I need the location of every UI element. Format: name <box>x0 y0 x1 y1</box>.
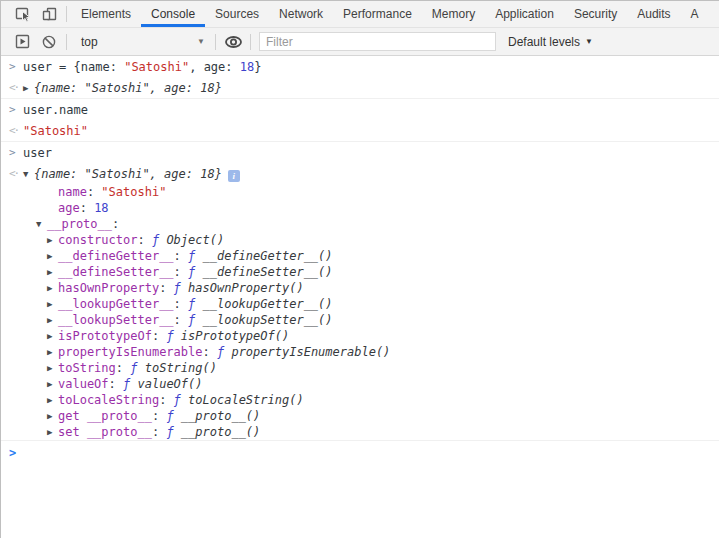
token-plain: : <box>152 329 166 343</box>
console-command-row[interactable]: >user <box>1 142 719 163</box>
token-prop: valueOf <box>58 377 109 391</box>
tab-label: Application <box>495 7 554 21</box>
token-num: 18 <box>94 201 108 215</box>
clear-console-icon[interactable] <box>36 29 62 55</box>
tab-label: Elements <box>81 7 131 21</box>
tab-label: Security <box>574 7 617 21</box>
console-tree-row[interactable]: ▶get __proto__: ƒ __proto__() <box>1 408 719 424</box>
inspect-cursor-icon[interactable] <box>10 1 36 27</box>
expander-triangle-icon[interactable]: ▶ <box>47 392 58 408</box>
token-prop: toString <box>58 361 116 375</box>
console-command-row[interactable]: >user.name <box>1 99 719 120</box>
console-tree-row[interactable]: age: 18 <box>1 200 719 216</box>
tab-label: Network <box>279 7 323 21</box>
token-str: "Satoshi" <box>23 124 88 138</box>
expander-triangle-icon[interactable]: ▶ <box>47 280 58 296</box>
filter-input[interactable] <box>259 32 496 51</box>
expander-triangle-icon[interactable]: ▶ <box>47 376 58 392</box>
console-tree-row[interactable]: ▶isPrototypeOf: ƒ isPrototypeOf() <box>1 328 719 344</box>
tab-performance[interactable]: Performance <box>333 1 422 27</box>
command-prompt-icon: > <box>9 59 16 75</box>
token-fn: ƒ <box>174 393 188 407</box>
token-sig: toString() <box>145 361 217 375</box>
token-sig: valueOf() <box>137 377 202 391</box>
devtools-tab-bar: Elements Console Sources Network Perform… <box>1 1 719 28</box>
expander-triangle-icon[interactable]: ▶ <box>47 424 58 440</box>
token-prop: isPrototypeOf <box>58 329 152 343</box>
toolbar-divider <box>250 34 251 50</box>
console-tree-row[interactable]: name: "Satoshi" <box>1 184 719 200</box>
expander-triangle-icon[interactable]: ▶ <box>47 248 58 264</box>
log-levels-dropdown[interactable]: Default levels <box>504 35 597 49</box>
token-plain: user.name <box>23 103 88 117</box>
token-sig: propertyIsEnumerable() <box>231 345 390 359</box>
token-it: {name: <box>34 167 85 181</box>
console-tree-row[interactable]: ▶__defineGetter__: ƒ __defineGetter__() <box>1 248 719 264</box>
console-tree-row[interactable]: ▶set __proto__: ƒ __proto__() <box>1 424 719 441</box>
token-prop: get __proto__ <box>58 409 152 423</box>
console-result-row[interactable]: <·"Satoshi" <box>1 120 719 142</box>
token-it: , age: <box>150 81 201 95</box>
token-str: "Satoshi" <box>124 60 189 74</box>
tab-clipped[interactable]: A <box>681 1 709 27</box>
expander-triangle-icon[interactable]: ▼ <box>23 166 34 182</box>
expander-triangle-icon[interactable]: ▼ <box>36 216 47 232</box>
token-it: , age: <box>150 167 201 181</box>
token-it: } <box>215 167 222 181</box>
token-plain: , age: <box>189 60 240 74</box>
tab-memory[interactable]: Memory <box>422 1 485 27</box>
tab-elements[interactable]: Elements <box>71 1 141 27</box>
console-tree-row[interactable]: ▶propertyIsEnumerable: ƒ propertyIsEnume… <box>1 344 719 360</box>
expander-triangle-icon[interactable]: ▶ <box>23 80 34 96</box>
token-plain: : <box>159 393 173 407</box>
console-tree-row[interactable]: ▶constructor: ƒ Object() <box>1 232 719 248</box>
token-fn: ƒ <box>188 249 202 263</box>
tab-label: A <box>691 7 699 21</box>
tab-audits[interactable]: Audits <box>627 1 680 27</box>
token-prop: hasOwnProperty <box>58 281 159 295</box>
execution-context-selector[interactable]: top <box>73 32 211 52</box>
expander-triangle-icon[interactable]: ▶ <box>47 344 58 360</box>
console-tree-row[interactable]: ▶__defineSetter__: ƒ __defineSetter__() <box>1 264 719 280</box>
token-plain: : <box>174 265 188 279</box>
console-tree-row[interactable]: ▶valueOf: ƒ valueOf() <box>1 376 719 392</box>
console-tree-row[interactable]: ▶__lookupGetter__: ƒ __lookupGetter__() <box>1 296 719 312</box>
token-prop: toLocaleString <box>58 393 159 407</box>
expander-triangle-icon[interactable]: ▶ <box>47 408 58 424</box>
tab-application[interactable]: Application <box>485 1 564 27</box>
console-input-row[interactable]: > <box>1 441 719 465</box>
result-arrow-icon: <· <box>9 166 18 182</box>
console-tree-row[interactable]: ▶__lookupSetter__: ƒ __lookupSetter__() <box>1 312 719 328</box>
result-arrow-icon: <· <box>9 80 18 96</box>
console-result-row[interactable]: <·▶{name: "Satoshi", age: 18} <box>1 77 719 99</box>
expander-triangle-icon[interactable]: ▶ <box>47 328 58 344</box>
expander-triangle-icon[interactable]: ▶ <box>47 296 58 312</box>
token-fn: ƒ <box>188 265 202 279</box>
token-plain: : <box>116 361 130 375</box>
token-sig: toLocaleString() <box>188 393 304 407</box>
console-command-row[interactable]: >user = {name: "Satoshi", age: 18} <box>1 56 719 77</box>
tab-label: Sources <box>215 7 259 21</box>
tab-sources[interactable]: Sources <box>205 1 269 27</box>
tab-console[interactable]: Console <box>141 1 205 27</box>
console-tree-row[interactable]: ▶toString: ƒ toString() <box>1 360 719 376</box>
token-sig: hasOwnProperty() <box>188 281 304 295</box>
expander-triangle-icon[interactable]: ▶ <box>47 232 58 248</box>
console-result-row[interactable]: <·▼{name: "Satoshi", age: 18}i <box>1 163 719 184</box>
token-plain: : <box>137 233 151 247</box>
expander-triangle-icon[interactable]: ▶ <box>47 312 58 328</box>
tab-network[interactable]: Network <box>269 1 333 27</box>
expander-triangle-icon[interactable]: ▶ <box>47 360 58 376</box>
device-toolbar-icon[interactable] <box>36 1 62 27</box>
token-prop: __lookupSetter__ <box>58 313 174 327</box>
tab-security[interactable]: Security <box>564 1 627 27</box>
console-sidebar-icon[interactable] <box>10 29 36 55</box>
token-plain: : <box>152 425 166 439</box>
console-tree-row[interactable]: ▼__proto__: <box>1 216 719 232</box>
token-plain: } <box>254 60 261 74</box>
console-tree-row[interactable]: ▶toLocaleString: ƒ toLocaleString() <box>1 392 719 408</box>
live-expression-eye-icon[interactable] <box>220 29 246 55</box>
token-plain: : <box>174 297 188 311</box>
expander-triangle-icon[interactable]: ▶ <box>47 264 58 280</box>
console-tree-row[interactable]: ▶hasOwnProperty: ƒ hasOwnProperty() <box>1 280 719 296</box>
